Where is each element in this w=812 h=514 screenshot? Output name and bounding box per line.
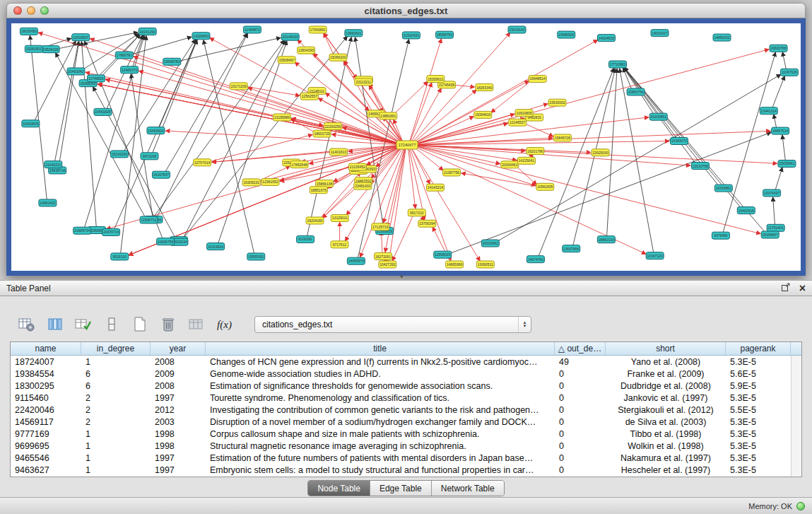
graph-edge	[389, 148, 406, 260]
column-header-in_degree[interactable]: in_degree	[81, 342, 151, 355]
graph-edge	[782, 52, 786, 69]
zoom-window-icon[interactable]	[40, 6, 49, 15]
column-header-title[interactable]: title	[206, 342, 555, 355]
graph-edge	[394, 81, 428, 114]
row-height-icon[interactable]	[102, 315, 121, 334]
graph-node-label: 20470716	[103, 230, 119, 234]
cell-year: 1997	[151, 465, 206, 475]
column-header-short[interactable]: short	[606, 342, 726, 355]
dropdown-arrows-icon: ▲▼	[518, 317, 531, 332]
table-scrollbar[interactable]	[791, 356, 801, 477]
table-panel: f(x) citations_edges.txt ▲▼ namein_degre…	[0, 296, 812, 497]
graph-edge	[415, 146, 760, 233]
table-selector-dropdown[interactable]: citations_edges.txt ▲▼	[254, 316, 531, 333]
table-row[interactable]: 1938455462009Genome-wide association stu…	[11, 368, 791, 380]
cell-title: Structural magnetic resonance image aver…	[206, 441, 555, 451]
graph-node-label: 16308231	[244, 180, 259, 185]
graph-node-label: 20146030	[283, 35, 298, 39]
cell-title: Tourette syndrome. Phenomenology and cla…	[206, 393, 555, 403]
column-header-out_degree[interactable]: △ out_de…	[555, 342, 606, 355]
tab-network-table[interactable]: Network Table	[432, 481, 504, 496]
table-row[interactable]: 977716911998Corpus callosum shape and si…	[11, 428, 791, 440]
graph-node-label: 18156667	[763, 233, 778, 237]
column-header-name[interactable]: name	[11, 342, 81, 355]
graph-node-label: 14856252	[714, 35, 729, 40]
float-panel-icon[interactable]	[781, 282, 791, 294]
graph-node-label: 10347120	[647, 254, 663, 258]
table-row[interactable]: 946362711997Embryonic stem cells: a mode…	[11, 464, 791, 476]
cell-in_degree: 6	[81, 369, 151, 379]
graph-node-label: 10074497	[764, 191, 779, 195]
table-body: 1872400712008Changes of HCN gene express…	[11, 356, 791, 477]
tab-edge-table[interactable]: Edge Table	[370, 481, 432, 496]
panel-resize-grip[interactable]: ▾	[400, 273, 404, 280]
graph-node-label: 16167837	[153, 173, 169, 177]
table-row[interactable]: 946554611997Estimation of the future num…	[11, 452, 791, 464]
graph-edge	[539, 69, 613, 257]
cell-pagerank: 5.6E-5	[726, 369, 791, 379]
function-builder-icon[interactable]: f(x)	[215, 315, 234, 334]
graph-node-label: 15066200	[330, 55, 346, 59]
graph-edge	[411, 148, 480, 261]
minimize-window-icon[interactable]	[27, 6, 35, 15]
graph-edge	[183, 40, 286, 238]
window-titlebar[interactable]: citations_edges.txt	[6, 3, 806, 18]
graph-node-label: 11494872	[245, 28, 260, 32]
network-canvas[interactable]: 1803545012503537191412901432669311494872…	[11, 23, 801, 271]
cell-short: Franke et al. (2009)	[606, 369, 726, 379]
new-column-icon[interactable]	[130, 315, 149, 334]
graph-node-label: 12562557	[302, 94, 317, 98]
graph-edge	[773, 197, 775, 224]
graph-node-label: 23481430	[355, 184, 370, 188]
show-columns-icon[interactable]	[45, 315, 64, 334]
table-row[interactable]: 1872400712008Changes of HCN gene express…	[11, 356, 791, 368]
cell-short: Jankovic et al. (1997)	[606, 393, 726, 403]
graph-edge	[295, 62, 401, 143]
cell-year: 2003	[151, 417, 206, 427]
function-builder-label: f(x)	[217, 319, 232, 331]
graph-node-label: 10910805	[516, 111, 531, 115]
graph-node-label: 9379456	[714, 233, 728, 238]
graph-node-label: 13129011	[332, 216, 348, 220]
table-row[interactable]: 969969511998Structural magnetic resonanc…	[11, 440, 791, 452]
graph-node-label: 12503537	[73, 35, 88, 40]
column-header-pagerank[interactable]: pagerank	[726, 342, 791, 355]
graph-node-label: 16897614	[772, 129, 788, 133]
graph-node-label: 15400918	[739, 209, 754, 213]
cell-year: 1998	[151, 429, 206, 439]
graph-node-label: 9917210	[410, 211, 424, 215]
cell-name: 18300295	[11, 381, 81, 391]
close-panel-icon[interactable]: ×	[799, 284, 806, 293]
table-row[interactable]: 1830029562008Estimation of significance …	[11, 380, 791, 392]
cell-pagerank: 5.3E-5	[726, 453, 791, 463]
graph-node-label: 9106292	[298, 237, 312, 241]
table-toolbar: f(x) citations_edges.txt ▲▼	[0, 296, 812, 334]
delete-column-icon[interactable]	[158, 315, 177, 334]
cell-out_degree: 0	[555, 453, 606, 463]
graph-node-label: 18601729	[314, 132, 329, 136]
table-selector-value: citations_edges.txt	[255, 320, 518, 329]
column-header-year[interactable]: year	[151, 342, 206, 355]
window-title: citations_edges.txt	[7, 6, 805, 16]
cell-pagerank: 5.3E-5	[726, 417, 791, 427]
table-row[interactable]: 1456911722003Disruption of a novel membe…	[11, 416, 791, 428]
graph-node-label: 18882103	[599, 238, 614, 242]
tab-node-table[interactable]: Node Table	[308, 481, 370, 496]
cell-out_degree: 0	[555, 441, 606, 451]
import-table-icon[interactable]	[187, 315, 206, 334]
cell-title: Estimation of significance thresholds fo…	[206, 381, 555, 391]
table-settings-icon[interactable]	[17, 315, 36, 334]
graph-node-label: 23171209	[231, 84, 247, 88]
graph-node-label: 20100851	[651, 115, 666, 119]
cell-pagerank: 5.3E-5	[726, 441, 791, 451]
graph-edge	[59, 42, 79, 167]
close-window-icon[interactable]	[13, 6, 22, 15]
graph-node-label: 17710883	[610, 62, 625, 66]
graph-edge	[497, 74, 780, 241]
edit-table-icon[interactable]	[73, 315, 93, 334]
cell-name: 9699695	[11, 441, 81, 451]
table-row[interactable]: 2242004622012Investigating the contribut…	[11, 404, 791, 416]
table-row[interactable]: 911546021997Tourette syndrome. Phenomeno…	[11, 392, 791, 404]
status-bar: Memory: OK	[0, 497, 812, 514]
cell-in_degree: 2	[81, 393, 151, 403]
